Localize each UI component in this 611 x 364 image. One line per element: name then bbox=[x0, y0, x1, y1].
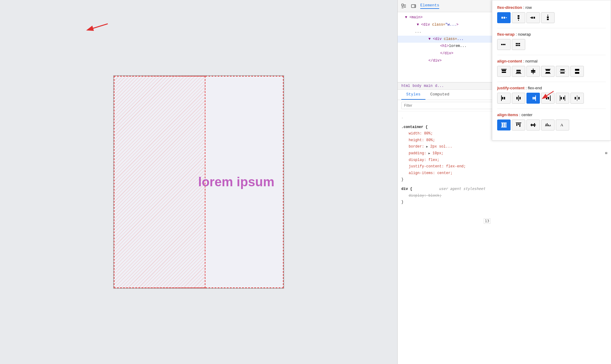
divider-2 bbox=[497, 55, 606, 55]
align-items-text-btn[interactable]: A bbox=[556, 120, 569, 130]
svg-rect-14 bbox=[504, 44, 505, 45]
svg-rect-43 bbox=[516, 97, 518, 99]
align-content-value: : normal bbox=[523, 59, 537, 63]
css-prop-border[interactable]: border: ▶ 2px sol... bbox=[401, 144, 607, 150]
svg-rect-19 bbox=[517, 45, 519, 46]
align-content-center-btn[interactable] bbox=[526, 66, 540, 77]
svg-rect-25 bbox=[516, 70, 521, 71]
flex-direction-col-btn[interactable] bbox=[512, 12, 525, 23]
css-rule-close-container: } bbox=[401, 177, 607, 183]
flex-icon[interactable]: ⊞ bbox=[605, 150, 607, 157]
flex-wrap-label: flex-wrap bbox=[497, 32, 515, 37]
svg-rect-33 bbox=[546, 72, 550, 73]
breadcrumb-div[interactable]: d... bbox=[435, 84, 444, 88]
svg-rect-70 bbox=[533, 124, 533, 126]
flex-direction-row-btn[interactable] bbox=[497, 12, 511, 23]
breadcrumb-html[interactable]: html bbox=[401, 84, 410, 88]
svg-rect-3 bbox=[414, 5, 415, 7]
svg-rect-23 bbox=[502, 72, 506, 73]
align-content-space-between-btn[interactable] bbox=[541, 66, 555, 77]
svg-rect-17 bbox=[519, 43, 520, 44]
svg-rect-5 bbox=[504, 17, 505, 19]
align-items-start-btn[interactable] bbox=[512, 120, 525, 130]
svg-rect-56 bbox=[578, 97, 580, 99]
flex-direction-label: flex-direction bbox=[497, 5, 522, 10]
svg-rect-16 bbox=[517, 43, 519, 44]
align-items-stretch-btn[interactable] bbox=[497, 120, 511, 130]
flex-direction-col-rev-btn[interactable] bbox=[541, 12, 555, 23]
justify-content-section: justify-content : flex-end bbox=[497, 86, 606, 104]
svg-rect-49 bbox=[546, 97, 547, 99]
align-content-end-btn[interactable] bbox=[512, 66, 525, 77]
align-items-buttons: A A bbox=[497, 120, 606, 130]
svg-rect-73 bbox=[546, 124, 546, 126]
svg-rect-8 bbox=[533, 17, 535, 19]
justify-content-flex-end-btn[interactable] bbox=[526, 93, 540, 104]
svg-rect-67 bbox=[519, 123, 520, 127]
svg-rect-71 bbox=[534, 123, 535, 127]
svg-rect-13 bbox=[503, 44, 504, 45]
justify-content-center-btn[interactable] bbox=[512, 93, 525, 104]
svg-rect-1 bbox=[402, 4, 403, 6]
svg-rect-65 bbox=[516, 123, 517, 126]
elements-tab[interactable]: Elements bbox=[420, 3, 439, 9]
svg-rect-55 bbox=[575, 97, 576, 99]
svg-text:A: A bbox=[560, 123, 563, 127]
svg-rect-37 bbox=[575, 69, 579, 71]
justify-content-space-around-btn[interactable] bbox=[570, 93, 584, 104]
svg-text:A: A bbox=[549, 124, 551, 127]
justify-content-label: justify-content bbox=[497, 86, 525, 90]
svg-rect-69 bbox=[531, 124, 532, 126]
flex-direction-row-rev-btn[interactable] bbox=[526, 12, 540, 23]
breadcrumb-body[interactable]: body bbox=[413, 84, 421, 88]
css-prop-justify-content[interactable]: justify-content: flex-end; bbox=[401, 163, 607, 170]
svg-rect-29 bbox=[531, 72, 535, 73]
svg-rect-22 bbox=[502, 70, 506, 71]
css-prop-align-items[interactable]: align-items: center; bbox=[401, 170, 607, 177]
svg-rect-47 bbox=[534, 97, 535, 99]
lorem-text: lorem ipsum bbox=[198, 175, 274, 189]
css-prop-padding[interactable]: padding: ▶ 10px; ⊞ bbox=[401, 150, 607, 157]
tab-computed[interactable]: Computed bbox=[425, 90, 454, 100]
preview-pane: lorem ipsum bbox=[0, 0, 397, 364]
svg-rect-66 bbox=[518, 123, 519, 125]
svg-rect-53 bbox=[561, 97, 562, 99]
svg-rect-11 bbox=[547, 16, 549, 18]
flex-wrap-buttons bbox=[497, 39, 606, 50]
justify-content-value: : flex-end bbox=[526, 86, 542, 90]
flex-wrap-wrap-btn[interactable] bbox=[512, 39, 525, 50]
divider-4 bbox=[497, 109, 606, 109]
divider-3 bbox=[497, 82, 606, 82]
svg-rect-74 bbox=[547, 123, 548, 126]
align-items-baseline-btn[interactable]: A bbox=[541, 120, 555, 130]
svg-rect-41 bbox=[504, 97, 505, 99]
flex-wrap-value: : nowrap bbox=[516, 32, 531, 37]
svg-rect-7 bbox=[518, 17, 519, 19]
flex-wrap-section: flex-wrap : nowrap bbox=[497, 32, 606, 50]
flex-direction-buttons bbox=[497, 12, 606, 23]
justify-content-space-between-btn[interactable] bbox=[556, 93, 569, 104]
align-content-space-around-btn[interactable] bbox=[556, 66, 569, 77]
svg-rect-40 bbox=[502, 97, 503, 99]
justify-content-flex-end2-btn[interactable] bbox=[541, 93, 555, 104]
svg-rect-20 bbox=[519, 45, 520, 46]
device-toggle-icon[interactable] bbox=[410, 3, 417, 9]
align-content-stretch-btn[interactable] bbox=[570, 66, 584, 77]
top-arrow-indicator bbox=[79, 21, 109, 36]
align-items-center-btn[interactable] bbox=[526, 120, 540, 130]
align-content-start-btn[interactable] bbox=[497, 66, 511, 77]
align-items-value: : center bbox=[519, 112, 532, 117]
flex-direction-section: flex-direction : row bbox=[497, 5, 606, 23]
svg-rect-54 bbox=[563, 97, 564, 99]
svg-rect-34 bbox=[560, 69, 565, 70]
flex-wrap-nowrap-btn[interactable] bbox=[497, 39, 511, 50]
justify-content-buttons bbox=[497, 93, 606, 104]
flex-inspector-panel: flex-direction : row flex-wrap : nowrap bbox=[492, 0, 611, 141]
tab-styles[interactable]: Styles bbox=[401, 90, 425, 100]
breadcrumb-main[interactable]: main bbox=[424, 84, 433, 88]
inspect-icon[interactable] bbox=[401, 3, 407, 9]
justify-content-start-btn[interactable] bbox=[497, 93, 511, 104]
svg-rect-9 bbox=[531, 17, 533, 19]
svg-rect-50 bbox=[548, 97, 549, 99]
css-prop-display[interactable]: display: flex; bbox=[401, 157, 607, 164]
